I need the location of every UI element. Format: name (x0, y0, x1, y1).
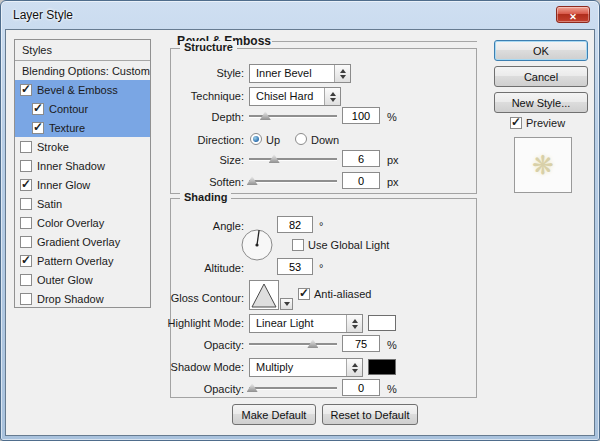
styles-list-item[interactable]: Inner Shadow (15, 156, 150, 175)
styles-list-item[interactable]: Blending Options: Custom (15, 61, 150, 80)
style-label: Style: (132, 67, 244, 79)
styles-list-item-label: Bevel & Emboss (37, 84, 118, 96)
style-enable-checkbox[interactable] (20, 198, 32, 210)
altitude-input[interactable] (277, 258, 313, 275)
styles-list-item[interactable]: Stroke (15, 137, 150, 156)
dropdown-arrows-icon (346, 359, 362, 376)
depth-label: Depth: (132, 111, 244, 123)
slider-track[interactable] (249, 158, 337, 160)
titlebar[interactable]: Layer Style (1, 1, 599, 29)
preview-thumbnail: ❋ (514, 137, 572, 193)
highlight-mode-dropdown[interactable]: Linear Light (249, 314, 363, 333)
use-global-light-checkbox[interactable] (292, 239, 304, 251)
styles-panel: Styles Blending Options: Custom Bevel & … (14, 39, 151, 308)
altitude-unit: ° (319, 262, 323, 274)
size-unit: px (387, 154, 399, 166)
size-label: Size: (132, 154, 244, 166)
soften-input[interactable] (342, 172, 380, 189)
styles-list-item-label: Drop Shadow (37, 293, 104, 305)
dropdown-arrows-icon (346, 315, 362, 332)
styles-list-item-label: Inner Glow (37, 179, 90, 191)
shadow-color-swatch[interactable] (368, 359, 396, 375)
depth-slider[interactable] (249, 109, 337, 122)
shadow-opacity-unit: % (387, 383, 397, 395)
technique-dropdown-value: Chisel Hard (256, 90, 313, 102)
style-enable-checkbox[interactable] (20, 179, 32, 191)
slider-track[interactable] (249, 180, 337, 182)
anti-aliased-label: Anti-aliased (314, 288, 371, 300)
styles-list-item-label: Inner Shadow (37, 160, 105, 172)
styles-list-item[interactable]: Pattern Overlay (15, 251, 150, 270)
direction-up-radio[interactable] (250, 133, 262, 145)
close-icon (569, 6, 577, 24)
size-slider[interactable] (249, 152, 337, 165)
size-input[interactable] (342, 150, 380, 167)
style-enable-checkbox[interactable] (32, 122, 44, 134)
styles-list-item[interactable]: Inner Glow (15, 175, 150, 194)
highlight-opacity-input[interactable] (342, 335, 380, 352)
direction-down-radio[interactable] (295, 133, 307, 145)
shadow-mode-dropdown[interactable]: Multiply (249, 358, 363, 377)
ok-button[interactable]: OK (494, 40, 588, 61)
layer-style-dialog: Layer Style Styles Blending Options: Cus… (0, 0, 600, 441)
styles-list-item[interactable]: Color Overlay (15, 213, 150, 232)
angle-label: Angle: (132, 220, 244, 232)
highlight-color-swatch[interactable] (368, 315, 396, 331)
style-enable-checkbox[interactable] (20, 293, 32, 305)
style-enable-checkbox[interactable] (20, 236, 32, 248)
highlight-mode-value: Linear Light (256, 317, 314, 329)
styles-list-item-label: Satin (37, 198, 62, 210)
styles-list-item[interactable]: Outer Glow (15, 270, 150, 289)
direction-down-label: Down (311, 134, 339, 146)
technique-label: Technique: (132, 90, 244, 102)
style-dropdown[interactable]: Inner Bevel (249, 64, 351, 83)
cone-contour-icon (250, 281, 278, 309)
gloss-contour-picker-arrow[interactable] (280, 298, 293, 310)
styles-panel-title: Styles (15, 40, 150, 61)
style-enable-checkbox[interactable] (20, 160, 32, 172)
styles-list-item-label: Pattern Overlay (37, 255, 113, 267)
soften-slider[interactable] (249, 174, 337, 187)
reset-to-default-button[interactable]: Reset to Default (322, 404, 418, 425)
styles-list-item-label: Color Overlay (37, 217, 104, 229)
structure-group-title: Structure (180, 41, 237, 53)
depth-input[interactable] (342, 107, 380, 124)
technique-dropdown[interactable]: Chisel Hard (249, 87, 341, 106)
window-title: Layer Style (13, 8, 73, 22)
styles-list-item[interactable]: Satin (15, 194, 150, 213)
angle-input[interactable] (277, 216, 313, 233)
styles-list-item[interactable]: Gradient Overlay (15, 232, 150, 251)
styles-list-item[interactable]: Bevel & Emboss (15, 80, 150, 99)
slider-track[interactable] (249, 387, 337, 389)
slider-track[interactable] (249, 343, 337, 345)
new-style-button[interactable]: New Style... (494, 92, 588, 113)
style-enable-checkbox[interactable] (32, 103, 44, 115)
angle-unit: ° (319, 220, 323, 232)
style-enable-checkbox[interactable] (20, 141, 32, 153)
styles-list-item[interactable]: Drop Shadow (15, 289, 150, 308)
style-dropdown-value: Inner Bevel (256, 67, 312, 79)
style-enable-checkbox[interactable] (20, 255, 32, 267)
dropdown-arrows-icon (334, 65, 350, 82)
gloss-contour-thumbnail[interactable] (249, 280, 279, 310)
style-enable-checkbox[interactable] (20, 84, 32, 96)
preview-label: Preview (526, 117, 565, 129)
close-button[interactable] (556, 6, 590, 23)
preview-checkbox[interactable] (510, 117, 522, 129)
styles-list-item[interactable]: Texture (15, 118, 150, 137)
divider (272, 41, 477, 42)
angle-dial[interactable] (240, 228, 274, 262)
cancel-button[interactable]: Cancel (494, 66, 588, 87)
styles-list-item-label: Texture (49, 122, 85, 134)
make-default-button[interactable]: Make Default (232, 404, 316, 425)
shadow-opacity-input[interactable] (342, 379, 380, 396)
highlight-opacity-slider[interactable] (249, 337, 337, 350)
shadow-opacity-slider[interactable] (249, 381, 337, 394)
styles-list-item[interactable]: Contour (15, 99, 150, 118)
styles-list: Blending Options: Custom Bevel & Emboss … (15, 61, 150, 308)
style-enable-checkbox[interactable] (20, 217, 32, 229)
dialog-body: Styles Blending Options: Custom Bevel & … (5, 29, 595, 436)
style-enable-checkbox[interactable] (20, 274, 32, 286)
gloss-contour-label: Gloss Contour: (132, 292, 244, 304)
anti-aliased-checkbox[interactable] (298, 288, 310, 300)
